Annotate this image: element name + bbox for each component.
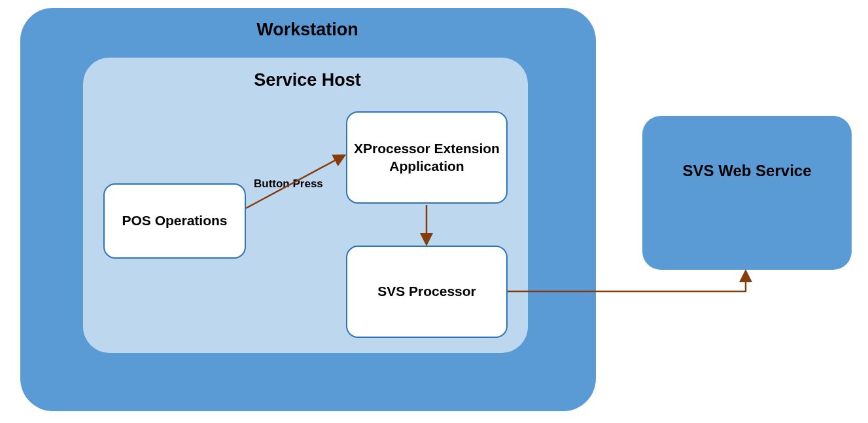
node-svs-processor: SVS Processor	[346, 246, 508, 338]
node-pos-operations-label: POS Operations	[122, 212, 227, 229]
diagram-canvas: Workstation Service Host POS Operations …	[0, 0, 868, 423]
node-svs-processor-label: SVS Processor	[377, 283, 476, 300]
node-svs-web-service-label: SVS Web Service	[683, 162, 812, 180]
service-host-title: Service Host	[235, 70, 379, 90]
workstation-title: Workstation	[235, 20, 379, 40]
edge-label-button-press: Button Press	[254, 177, 323, 191]
node-xprocessor: XProcessor Extension Application	[346, 111, 508, 204]
node-pos-operations: POS Operations	[103, 183, 246, 259]
node-xprocessor-label: XProcessor Extension Application	[347, 140, 506, 175]
node-svs-web-service: SVS Web Service	[642, 116, 852, 270]
